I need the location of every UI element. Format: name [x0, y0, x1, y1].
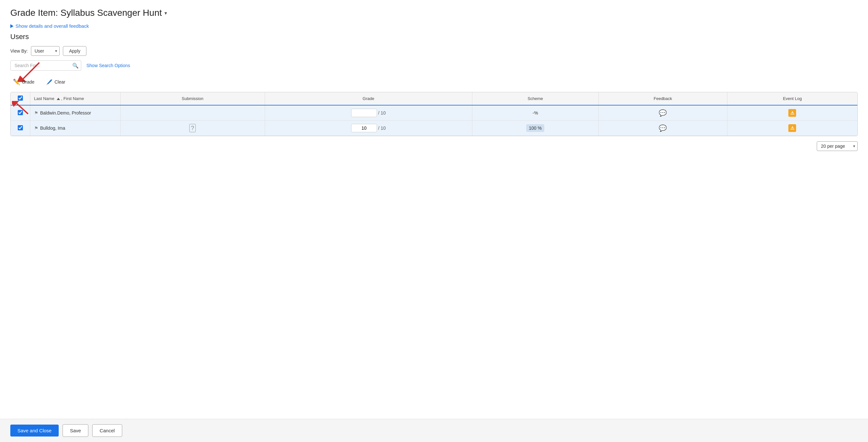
save-button[interactable]: Save	[63, 424, 88, 437]
row2-checkbox[interactable]	[18, 125, 23, 130]
per-page-row: 10 per page 20 per page 50 per page 100 …	[10, 141, 858, 151]
row2-grade-input[interactable]	[351, 124, 377, 132]
grade-actions-container: ✏️ Grade 🖊️ Clear	[10, 77, 858, 87]
per-page-select-wrapper: 10 per page 20 per page 50 per page 100 …	[817, 141, 858, 151]
clear-button-label: Clear	[55, 79, 65, 85]
row2-feedback-icon[interactable]: 💬	[659, 124, 667, 132]
per-page-select[interactable]: 10 per page 20 per page 50 per page 100 …	[817, 141, 858, 151]
page-title: Grade Item: Syllabus Scavenger Hunt ▾	[10, 8, 858, 18]
row2-feedback-cell: 💬	[598, 121, 727, 136]
row1-submission-cell	[120, 105, 265, 121]
page-title-text: Grade Item: Syllabus Scavenger Hunt	[10, 8, 162, 18]
grade-button[interactable]: ✏️ Grade	[10, 77, 37, 87]
clear-eraser-icon: 🖊️	[46, 79, 53, 85]
row2-event-log-cell: ⚠	[727, 121, 857, 136]
table-header-row: Last Name , First Name Submission Grade …	[11, 92, 857, 105]
row2-grade-fraction: / 10	[378, 125, 385, 131]
apply-button[interactable]: Apply	[63, 46, 86, 56]
grade-table: Last Name , First Name Submission Grade …	[11, 92, 857, 136]
view-by-row: View By: User Group Section ▾ Apply	[10, 46, 858, 56]
row2-checkbox-cell	[11, 121, 30, 136]
row1-name-cell: ⚑ Baldwin.Demo, Professor	[30, 105, 120, 121]
show-details-label: Show details and overall feedback	[16, 23, 89, 29]
header-scheme: Scheme	[472, 92, 598, 105]
row2-grade-cell: / 10	[265, 121, 472, 136]
header-event-log: Event Log	[727, 92, 857, 105]
view-by-select-wrapper: User Group Section ▾	[31, 46, 60, 56]
show-search-options-link[interactable]: Show Search Options	[86, 63, 130, 68]
users-section-title: Users	[10, 33, 858, 41]
row1-grade-fraction: / 10	[378, 110, 385, 116]
row1-checkbox[interactable]	[18, 110, 23, 115]
grade-actions-row: ✏️ Grade 🖊️ Clear	[10, 77, 858, 87]
row2-scheme-value: 100 %	[526, 124, 544, 132]
row2-flag-icon: ⚑	[34, 125, 38, 131]
header-grade: Grade	[265, 92, 472, 105]
view-by-label: View By:	[10, 49, 28, 54]
header-name-part2: , First Name	[61, 96, 84, 101]
header-feedback: Feedback	[598, 92, 727, 105]
sort-asc-icon	[57, 98, 60, 100]
triangle-icon	[10, 24, 13, 28]
main-content: Grade Item: Syllabus Scavenger Hunt ▾ Sh…	[0, 0, 868, 419]
row1-grade-input[interactable]	[351, 109, 377, 117]
row1-name-with-flag: ⚑ Baldwin.Demo, Professor	[34, 110, 116, 116]
row1-checkbox-cell	[11, 105, 30, 121]
page-container: Grade Item: Syllabus Scavenger Hunt ▾ Sh…	[0, 0, 868, 442]
header-checkbox[interactable]	[18, 95, 23, 101]
title-dropdown-icon[interactable]: ▾	[164, 10, 167, 16]
cancel-button[interactable]: Cancel	[92, 424, 122, 437]
search-row: 🔍 Show Search Options	[10, 60, 858, 71]
grade-pencil-icon: ✏️	[13, 79, 20, 86]
row1-scheme-value: -%	[533, 110, 538, 116]
search-icon: 🔍	[72, 63, 79, 68]
bottom-bar: Save and Close Save Cancel	[0, 419, 868, 442]
search-icon-button[interactable]: 🔍	[72, 63, 79, 69]
header-name: Last Name , First Name	[30, 92, 120, 105]
row2-event-log-icon[interactable]: ⚠	[788, 124, 796, 132]
table-row: ⚑ Baldwin.Demo, Professor / 10 -%	[11, 105, 857, 121]
show-details-link[interactable]: Show details and overall feedback	[10, 23, 858, 29]
row2-name-text: Bulldog, Ima	[40, 125, 65, 131]
header-name-text: Last Name	[34, 96, 56, 101]
row1-feedback-icon[interactable]: 💬	[659, 109, 667, 117]
header-submission: Submission	[120, 92, 265, 105]
search-input-wrapper: 🔍	[10, 60, 81, 71]
row1-flag-icon: ⚑	[34, 110, 38, 116]
row2-submission-cell: ?	[120, 121, 265, 136]
row2-name-cell: ⚑ Bulldog, Ima	[30, 121, 120, 136]
row2-scheme-cell: 100 %	[472, 121, 598, 136]
grade-table-container: Last Name , First Name Submission Grade …	[10, 92, 858, 136]
table-with-arrows: Last Name , First Name Submission Grade …	[10, 92, 858, 136]
search-input[interactable]	[10, 60, 81, 71]
clear-button[interactable]: 🖊️ Clear	[43, 78, 68, 86]
row1-name-text: Baldwin.Demo, Professor	[40, 110, 91, 116]
view-by-select[interactable]: User Group Section	[31, 46, 60, 56]
grade-button-label: Grade	[22, 79, 34, 85]
save-close-button[interactable]: Save and Close	[10, 424, 59, 437]
table-row: ⚑ Bulldog, Ima ? / 10	[11, 121, 857, 136]
row1-event-log-cell: ⚠	[727, 105, 857, 121]
row1-scheme-cell: -%	[472, 105, 598, 121]
row2-submission-icon[interactable]: ?	[189, 124, 196, 132]
row2-name-with-flag: ⚑ Bulldog, Ima	[34, 125, 116, 131]
header-checkbox-cell	[11, 92, 30, 105]
row1-feedback-cell: 💬	[598, 105, 727, 121]
row1-grade-cell: / 10	[265, 105, 472, 121]
row1-event-log-icon[interactable]: ⚠	[788, 109, 796, 117]
